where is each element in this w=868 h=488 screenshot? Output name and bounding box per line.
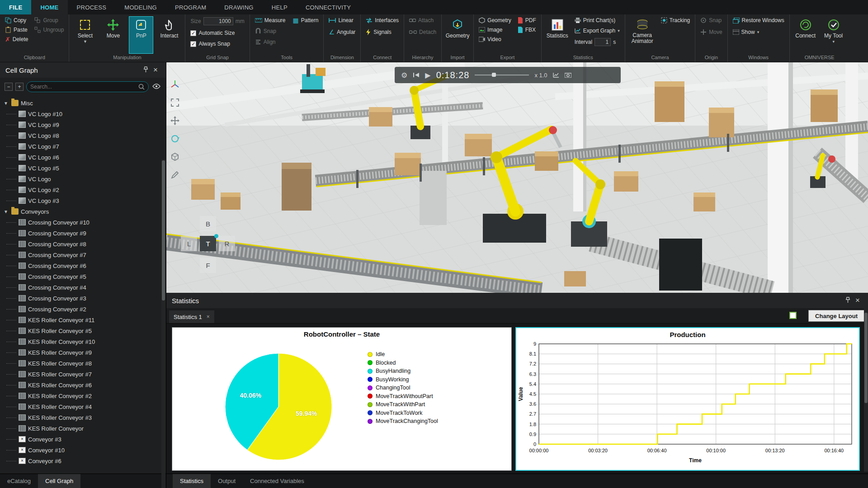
viewcube-right[interactable]: R (219, 236, 235, 251)
tree-item[interactable]: Crossing Conveyor #4 (3, 282, 166, 293)
stat-bottom-tab-statistics[interactable]: Statistics (173, 474, 211, 488)
tree-item[interactable]: VC Logo #8 (3, 130, 166, 141)
tree-item[interactable]: KES Roller Conveyor #6 (3, 380, 166, 390)
group-button[interactable]: Group (33, 16, 65, 24)
export-image-button[interactable]: Image (477, 26, 513, 34)
tree-item[interactable]: Crossing Conveyor #7 (3, 249, 166, 260)
bottom-tab-cell-graph[interactable]: Cell Graph (38, 474, 80, 488)
tree-item[interactable]: VC Logo #7 (3, 141, 166, 152)
axis-triad-icon[interactable] (169, 79, 181, 90)
copy-button[interactable]: Copy (4, 16, 29, 24)
close-icon[interactable]: × (151, 66, 160, 75)
expand-all-button[interactable]: + (15, 83, 24, 91)
export-pdf-button[interactable]: PDF (516, 16, 538, 24)
orbit-icon[interactable] (169, 133, 181, 145)
import-geometry-button[interactable]: Geometry (445, 16, 470, 54)
statistics-tab[interactable]: Statistics 1 × (169, 310, 214, 323)
stat-bottom-tab-output[interactable]: Output (211, 474, 243, 488)
my-tool-button[interactable]: My Tool▾ (821, 16, 846, 54)
tree-item[interactable]: Crossing Conveyor #9 (3, 228, 166, 239)
viewcube-left[interactable]: L (181, 236, 197, 251)
export-graph-button[interactable]: Export Graph▾ (573, 27, 621, 35)
attach-button[interactable]: Attach (408, 16, 438, 24)
play-icon[interactable]: ▶ (425, 71, 430, 80)
tree-item[interactable]: ×Conveyor #6 (3, 455, 166, 466)
tree-item[interactable]: VC Logo #3 (3, 195, 166, 206)
menu-tab-connectivity[interactable]: CONNECTIVITY (297, 0, 360, 14)
print-charts-button[interactable]: Print Chart(s) (573, 16, 621, 24)
angular-dimension-button[interactable]: ∠Angular (327, 28, 357, 36)
tree-item[interactable]: ▼Misc (3, 98, 166, 108)
restore-windows-button[interactable]: Restore Windows (731, 16, 786, 24)
automatic-size-checkbox[interactable]: ✓Automatic Size (189, 29, 245, 37)
pie-chart-card[interactable]: RobotController – State 59.94%40.06% Idl… (172, 327, 512, 471)
interval-input[interactable] (594, 38, 611, 46)
viewcube-top[interactable]: T (200, 236, 216, 251)
tree-item[interactable]: VC Logo #6 (3, 152, 166, 163)
menu-tab-home[interactable]: HOME (31, 0, 67, 14)
ungroup-button[interactable]: Ungroup (33, 26, 65, 34)
tree-item[interactable]: KES Roller Conveyor #4 (3, 401, 166, 412)
tree-item[interactable]: VC Logo #5 (3, 163, 166, 174)
settings-gear-icon[interactable]: ⚙ (401, 71, 407, 80)
tree-item[interactable]: KES Roller Conveyor #10 (3, 336, 166, 347)
tree-item[interactable]: Crossing Conveyor #5 (3, 271, 166, 282)
interact-button[interactable]: Interact (157, 16, 181, 54)
move-button[interactable]: Move (101, 16, 125, 54)
tree-item[interactable]: KES Roller Conveyor #8 (3, 358, 166, 369)
tree-scrollbar[interactable] (161, 160, 165, 488)
window-scrollbar[interactable] (864, 308, 868, 472)
layout-grid-icon[interactable] (789, 312, 797, 319)
viewcube-back[interactable]: B (200, 216, 216, 231)
tab-close-icon[interactable]: × (207, 314, 210, 320)
detach-button[interactable]: Detach (408, 28, 438, 36)
menu-tab-file[interactable]: FILE (0, 0, 31, 14)
pattern-button[interactable]: ▦Pattern (291, 16, 320, 24)
collapse-all-button[interactable]: − (5, 83, 13, 91)
camera-animator-button[interactable]: Camera Animator (629, 16, 656, 54)
pnp-button[interactable]: PnP (129, 16, 153, 54)
tree-item[interactable]: VC Logo #2 (3, 184, 166, 195)
menu-tab-help[interactable]: HELP (263, 0, 297, 14)
signals-button[interactable]: Signals (364, 28, 400, 36)
pin-icon[interactable] (141, 66, 151, 74)
menu-tab-program[interactable]: PROGRAM (166, 0, 215, 14)
tree-item[interactable]: Crossing Conveyor #10 (3, 217, 166, 228)
tree-item[interactable]: Crossing Conveyor #3 (3, 293, 166, 304)
linear-dimension-button[interactable]: Linear (327, 16, 357, 24)
tree-item[interactable]: KES Roller Conveyor #7 (3, 369, 166, 380)
draw-icon[interactable] (169, 169, 181, 181)
tree-item[interactable]: Crossing Conveyor #6 (3, 260, 166, 271)
paste-button[interactable]: Paste (4, 26, 29, 34)
tree-item[interactable]: Crossing Conveyor #8 (3, 239, 166, 249)
tree-item[interactable]: KES Roller Conveyor #11 (3, 314, 166, 325)
grid-size-input[interactable] (203, 17, 233, 25)
view-cube[interactable]: B L T R F (180, 216, 248, 279)
statistics-button[interactable]: Statistics (545, 16, 570, 54)
origin-snap-button[interactable]: Snap (699, 16, 723, 24)
menu-tab-drawing[interactable]: DRAWING (215, 0, 262, 14)
menu-tab-modeling[interactable]: MODELING (115, 0, 166, 14)
export-geometry-button[interactable]: Geometry (477, 16, 513, 24)
pin-icon[interactable] (843, 297, 853, 305)
viewport-3d[interactable]: ⚙ ▶ 0:18:28 x 1.0 B L T R F (166, 62, 868, 293)
speed-slider[interactable] (475, 72, 529, 78)
viewport-3d-scene[interactable] (166, 62, 868, 293)
production-chart-card[interactable]: Production 00.91.82.73.64.55.46.37.28.19… (515, 327, 860, 471)
cube-view-icon[interactable] (169, 151, 181, 163)
omniverse-connect-button[interactable]: Connect (793, 16, 818, 54)
viewcube-front[interactable]: F (200, 258, 216, 273)
align-button[interactable]: Align (254, 38, 320, 46)
tree-item[interactable]: ×Conveyor #10 (3, 445, 166, 455)
pan-icon[interactable] (169, 115, 181, 127)
expand-icon[interactable]: ▼ (3, 209, 9, 214)
tree-item[interactable]: VC Logo #9 (3, 119, 166, 130)
tree-item[interactable]: ×Conveyor #3 (3, 434, 166, 445)
delete-button[interactable]: ✗Delete (4, 35, 29, 43)
measure-button[interactable]: Measure (254, 16, 287, 24)
expand-icon[interactable]: ▼ (3, 101, 9, 106)
export-fbx-button[interactable]: FBX (516, 26, 538, 34)
chart-overlay-icon[interactable] (553, 72, 559, 78)
tree-item[interactable]: VC Logo (3, 174, 166, 184)
change-layout-button[interactable]: Change Layout (808, 310, 864, 322)
